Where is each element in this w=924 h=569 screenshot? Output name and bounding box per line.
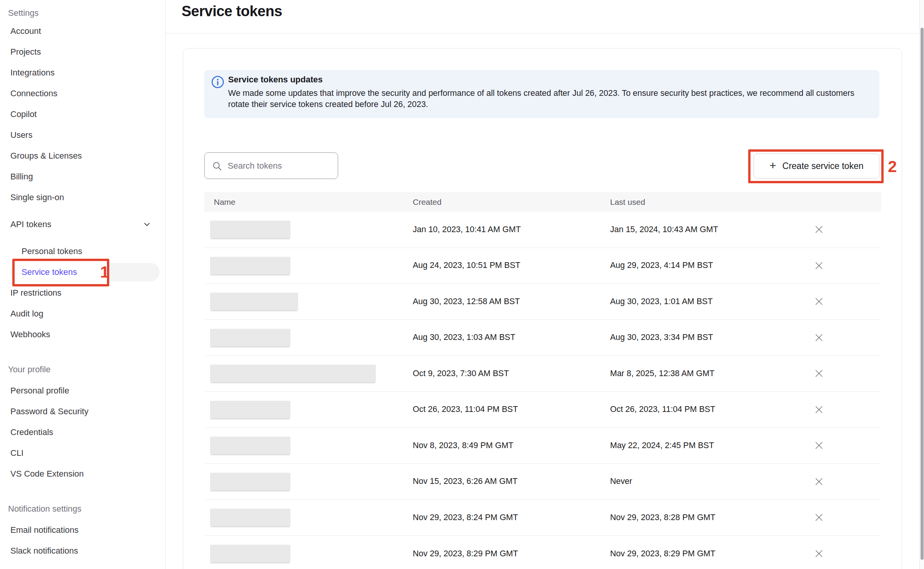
sidebar-item-api-tokens[interactable]: API tokens: [0, 214, 165, 235]
table-row: Aug 30, 2023, 12:58 AM BST Aug 30, 2023,…: [204, 284, 881, 320]
token-name-redacted: [210, 473, 290, 490]
delete-token-button[interactable]: [810, 436, 828, 455]
sidebar-item-account[interactable]: Account: [0, 21, 165, 42]
banner-title: Service tokens updates: [228, 75, 323, 85]
sidebar-item-cli[interactable]: CLI: [0, 443, 165, 464]
created-cell: Nov 29, 2023, 8:29 PM GMT: [413, 536, 518, 569]
last-used-cell: Mar 8, 2025, 12:38 AM GMT: [610, 356, 714, 392]
table-row: Nov 29, 2023, 8:29 PM GMT Nov 29, 2023, …: [204, 536, 881, 569]
sidebar-item-service-tokens[interactable]: Service tokens 1: [0, 262, 165, 283]
banner-body: We made some updates that improve the se…: [228, 88, 861, 110]
created-cell: Aug 24, 2023, 10:51 PM BST: [413, 248, 520, 284]
sidebar-item-copilot[interactable]: Copilot: [0, 104, 165, 125]
sidebar-item-groups-licenses[interactable]: Groups & Licenses: [0, 146, 165, 166]
delete-token-button[interactable]: [810, 364, 828, 383]
sidebar-item-api-tokens-label: API tokens: [10, 219, 51, 229]
service-tokens-active-pill: Service tokens 1: [10, 263, 160, 281]
last-used-cell: Aug 30, 2023, 1:01 AM BST: [610, 284, 713, 320]
scrollbar-track[interactable]: [919, 0, 924, 569]
close-icon: [814, 296, 824, 306]
sidebar-item-personal-tokens-label: Personal tokens: [22, 246, 82, 256]
close-icon: [814, 224, 824, 234]
token-name-redacted: [210, 365, 376, 382]
sidebar-item-groups-licenses-label: Groups & Licenses: [10, 151, 82, 161]
token-name-redacted: [210, 437, 290, 454]
delete-token-button[interactable]: [810, 508, 828, 527]
settings-sidebar: Settings Account Projects Integrations C…: [0, 0, 166, 569]
token-name-redacted: [210, 545, 290, 562]
last-used-cell: Oct 26, 2023, 11:04 PM BST: [610, 392, 715, 428]
table-row: Nov 29, 2023, 8:24 PM GMT Nov 29, 2023, …: [204, 500, 881, 536]
sidebar-item-audit-log-label: Audit log: [10, 309, 43, 319]
sidebar-item-personal-profile-label: Personal profile: [10, 386, 69, 396]
sidebar-item-service-tokens-label: Service tokens: [22, 267, 77, 277]
annotation-number-2: 2: [888, 157, 897, 176]
create-service-token-button[interactable]: + Create service token: [754, 154, 879, 179]
sidebar-section-settings-label: Settings: [8, 8, 39, 18]
column-header-created: Created: [413, 192, 442, 212]
delete-token-button[interactable]: [810, 220, 828, 239]
sidebar-item-single-sign-on[interactable]: Single sign-on: [0, 187, 165, 208]
sidebar-section-notification-settings: Notification settings: [0, 501, 165, 517]
token-name-redacted: [210, 293, 298, 310]
close-icon: [814, 368, 824, 378]
scrollbar-thumb[interactable]: [921, 28, 924, 560]
sidebar-item-personal-profile[interactable]: Personal profile: [0, 380, 165, 401]
token-name-redacted: [210, 329, 290, 346]
delete-token-button[interactable]: [810, 544, 828, 563]
sidebar-item-credentials[interactable]: Credentials: [0, 422, 165, 443]
sidebar-item-users[interactable]: Users: [0, 125, 165, 146]
sidebar-item-slack-notifications-label: Slack notifications: [10, 546, 78, 556]
sidebar-item-single-sign-on-label: Single sign-on: [10, 192, 64, 202]
sidebar-item-integrations[interactable]: Integrations: [0, 62, 165, 83]
delete-token-button[interactable]: [810, 256, 828, 275]
created-cell: Aug 30, 2023, 1:03 AM BST: [413, 320, 515, 356]
sidebar-item-webhooks[interactable]: Webhooks: [0, 324, 165, 345]
sidebar-item-projects[interactable]: Projects: [0, 42, 165, 62]
last-used-cell: Aug 30, 2023, 3:34 PM BST: [610, 320, 713, 356]
last-used-cell: Nov 29, 2023, 8:28 PM GMT: [610, 500, 716, 536]
sidebar-item-projects-label: Projects: [10, 47, 41, 57]
delete-token-button[interactable]: [810, 292, 828, 311]
close-icon: [814, 261, 824, 271]
sidebar-item-email-notifications-label: Email notifications: [10, 525, 78, 535]
sidebar-item-ip-restrictions-label: IP restrictions: [10, 288, 62, 298]
sidebar-item-vs-code-extension[interactable]: VS Code Extension: [0, 464, 165, 484]
table-row: Nov 8, 2023, 8:49 PM GMT May 22, 2024, 2…: [204, 428, 881, 464]
last-used-cell: Never: [610, 464, 632, 500]
sidebar-item-password-security[interactable]: Password & Security: [0, 401, 165, 422]
search-tokens-box: [204, 152, 338, 179]
sidebar-item-integrations-label: Integrations: [10, 68, 55, 78]
created-cell: Nov 29, 2023, 8:24 PM GMT: [413, 500, 518, 536]
sidebar-item-password-security-label: Password & Security: [10, 407, 88, 417]
token-name-redacted: [210, 221, 290, 238]
delete-token-button[interactable]: [810, 400, 828, 419]
sidebar-item-credentials-label: Credentials: [10, 427, 53, 437]
created-cell: Oct 26, 2023, 11:04 PM BST: [413, 392, 518, 428]
created-cell: Aug 30, 2023, 12:58 AM BST: [413, 284, 520, 320]
last-used-cell: May 22, 2024, 2:45 PM BST: [610, 428, 714, 464]
info-icon: [211, 75, 224, 89]
delete-token-button[interactable]: [810, 472, 828, 491]
sidebar-item-audit-log[interactable]: Audit log: [0, 303, 165, 324]
sidebar-item-connections[interactable]: Connections: [0, 83, 165, 104]
sidebar-item-slack-notifications[interactable]: Slack notifications: [0, 541, 165, 561]
delete-token-button[interactable]: [810, 328, 828, 347]
main-content: Service tokens Service tokens updates We…: [166, 0, 924, 569]
table-row: Jan 10, 2023, 10:41 AM GMT Jan 15, 2024,…: [204, 212, 881, 248]
close-icon: [814, 477, 824, 487]
close-icon: [814, 512, 824, 522]
chevron-down-icon: [142, 220, 152, 229]
page-title: Service tokens: [182, 3, 282, 20]
search-tokens-input[interactable]: [228, 153, 335, 179]
info-banner: Service tokens updates We made some upda…: [204, 70, 879, 118]
sidebar-item-billing-label: Billing: [10, 172, 33, 182]
sidebar-item-account-label: Account: [10, 26, 41, 36]
close-icon: [814, 440, 824, 450]
sidebar-item-billing[interactable]: Billing: [0, 166, 165, 187]
plus-icon: +: [769, 159, 776, 172]
created-cell: Nov 15, 2023, 6:26 AM GMT: [413, 464, 517, 500]
sidebar-item-email-notifications[interactable]: Email notifications: [0, 520, 165, 541]
sidebar-section-your-profile-label: Your profile: [8, 365, 50, 375]
service-tokens-card: Service tokens updates We made some upda…: [183, 48, 902, 569]
